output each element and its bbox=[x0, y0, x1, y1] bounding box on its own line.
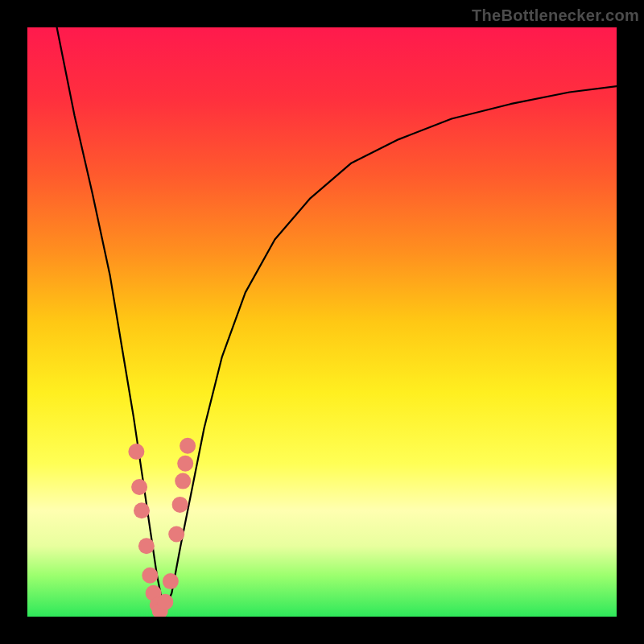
marker-dot bbox=[157, 594, 173, 610]
highlight-points bbox=[128, 438, 196, 617]
bottleneck-curve bbox=[57, 27, 617, 611]
marker-dot bbox=[138, 538, 155, 554]
marker-dot bbox=[134, 502, 150, 518]
marker-dot bbox=[177, 456, 193, 472]
marker-dot bbox=[131, 479, 147, 495]
marker-dot bbox=[128, 444, 144, 460]
plot-svg bbox=[27, 27, 617, 617]
marker-dot bbox=[175, 473, 191, 489]
marker-dot bbox=[172, 497, 188, 513]
marker-dot bbox=[163, 573, 179, 589]
plot-area bbox=[27, 27, 617, 617]
attribution-label: TheBottlenecker.com bbox=[472, 6, 639, 25]
marker-dot bbox=[180, 438, 196, 454]
marker-dot bbox=[168, 526, 184, 543]
marker-dot bbox=[142, 568, 158, 584]
